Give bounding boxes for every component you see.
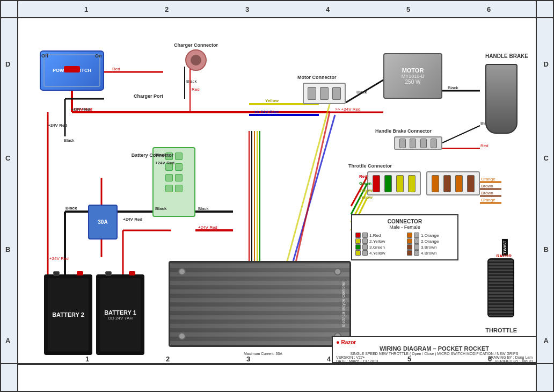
row-D-right: D [544,60,549,68]
razor-logo: ● Razor [336,339,533,345]
svg-text:+24V Red: +24V Red [198,225,217,230]
hb-pin-1 [399,139,406,148]
tc-pin-brown1 [443,175,451,192]
svg-text:+24V Red: +24V Red [49,256,69,261]
motor-watt: 250 W [405,79,421,85]
drawing-label: DRAWING BY : Dong Lam [488,355,533,359]
handle-brake-img [485,64,517,134]
col-bot-5: 5 [407,355,411,363]
cl-pin-f4 [355,250,361,256]
cl-pin-m4b [414,250,419,256]
cl-pin-f2 [355,238,361,244]
motor-model: MY1016-B [402,74,425,79]
cl-pin-m3b [414,244,419,250]
switch-off-label: Off [41,53,48,59]
throttle-label: THROTTLE [485,327,517,333]
col-bot-2: 2 [166,355,170,363]
battery-2-inner: BATTERY 2 [48,278,89,351]
hb-pin-2 [410,139,416,148]
power-switch-lever [64,66,80,72]
connector-legend-table: 1.Red 2.Yellow 3.Green [355,232,454,256]
svg-text:Yellow: Yellow [265,98,279,103]
cl-text-m2: 2.Orange [421,239,439,244]
charger-plug-inner [191,55,201,66]
battery-1-pos-terminal [129,271,135,275]
bottom-bar [18,364,536,391]
svg-text:Red: Red [192,87,200,92]
battery-2-pos-terminal [77,271,83,275]
cl-pin-f1 [355,233,361,238]
controller-box: Electrical Bicycle Controller [169,261,351,347]
mc-pin-3 [332,87,341,100]
throttle-connector-label: Throttle Connector [348,163,392,169]
row-C: C [5,154,10,162]
svg-text:Red: Red [480,143,489,148]
motor-box: MOTOR MY1016-B 250 W [383,53,442,99]
conn-row-4 [165,185,183,192]
cl-text-m1: 1.Orange [421,233,439,238]
title-row-version: VERSION : V27+ DRAWING BY : Dong Lam [336,355,533,359]
battery-1: BATTERY 1 OD 24V 7AH [96,274,144,355]
row-B-right: B [544,245,549,253]
col-3: 3 [245,5,249,13]
col-bot-1: 1 [85,355,89,363]
charger-connector-label: Charger Connector [174,42,218,48]
col-6: 6 [487,5,491,13]
wire-label-black-bc: Black [155,153,166,157]
tc-pin-orange2 [455,175,463,192]
tc-label-green: Green [359,181,371,186]
wire-label-black-top: Black [155,206,166,211]
tc-pin-red [373,175,380,192]
svg-text:>> 24V Blue: >> 24V Blue [254,110,279,114]
cl-pin-m2b [414,238,419,244]
version-value: V27+ [356,355,365,359]
cl-pin-m4 [407,250,412,256]
cl-row-f4: 4.Yellow [355,250,403,256]
main-container: 1 2 3 4 5 6 D C B A D C B A +24V Red +24… [0,0,554,392]
conn-pin [175,153,183,160]
battery-1-title: BATTERY 1 [104,309,136,316]
svg-text:Black: Black [65,206,77,210]
connector-legend: CONNECTOR Male - Female 1.Red 2.Yellow [351,214,458,260]
svg-text:Black: Black [198,206,209,211]
svg-text:Brown: Brown [481,184,493,188]
wire-label-24v-red-left: +24V Red [71,107,90,112]
cl-text-f3: 3.Green [369,245,385,250]
power-switch: POWER SWITCH [40,50,104,91]
conn-pin [175,174,183,182]
cl-col-female: 1.Red 2.Yellow 3.Green [355,232,403,256]
col-bot-6: 6 [488,355,492,363]
cl-row-f1: 1.Red [355,233,403,238]
row-C-right: C [544,154,549,162]
version-label: VERSION : V27+ [336,355,365,359]
mc-pin-2 [320,87,329,100]
grid-right [536,1,537,391]
throttle-connector-box-left [367,171,421,195]
controller-screw-tl [178,268,186,275]
cl-pin-m1 [407,233,412,238]
motor-connector-label: Motor Connector [297,75,337,80]
controller-fins [170,263,349,345]
mc-pin-1 [308,87,316,100]
connector-legend-subtitle: Male - Female [355,224,454,230]
cl-text-m3: 3.Brown [421,245,436,250]
col-bot-3: 3 [246,355,250,363]
battery-2-title: BATTERY 2 [52,311,84,318]
battery-2: BATTERY 2 [44,274,92,355]
fuse-box: 30A [88,205,118,239]
svg-text:Black: Black [186,79,198,84]
tc-pin-orange [432,175,439,192]
title-row-date: DATE : March / 19 / 2013 VERIFIED BY : M… [336,359,533,363]
charger-port-label: Charger Port [134,93,163,99]
svg-text:Black: Black [356,90,368,95]
cl-col-male: 1.Orange 2.Orange 3.Brown [407,232,454,256]
cl-pin-m2 [407,238,412,244]
cl-row-m3: 3.Brown [407,244,454,250]
cl-text-m4: 4.Brown [421,251,436,256]
cl-text-f2: 2.Yellow [369,239,385,244]
charger-connector: Charger Connector [174,42,218,71]
wire-label-24v-fuse: +24V Red [123,217,142,222]
cl-row-m4: 4.Brown [407,250,454,256]
hb-pin-3 [420,139,427,148]
conn-pin [165,174,173,182]
